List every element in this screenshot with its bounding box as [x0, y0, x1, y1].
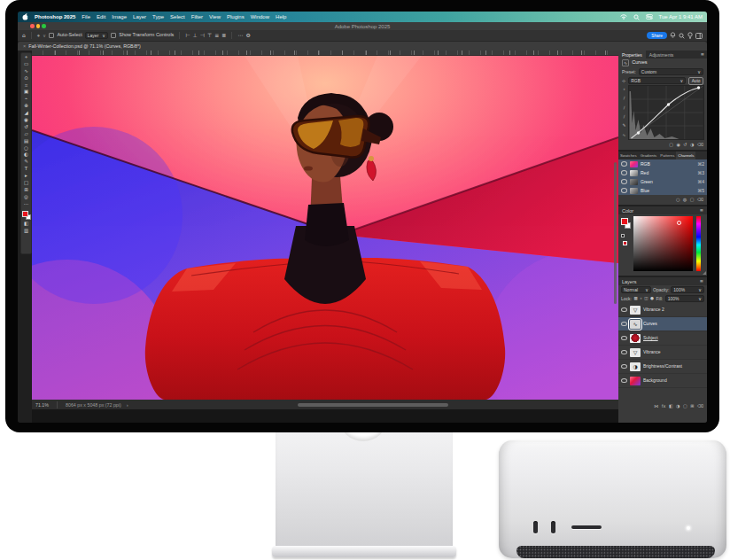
- foreground-color-swatch[interactable]: [22, 211, 28, 217]
- blur-tool[interactable]: ○: [24, 146, 28, 152]
- menubar-app-name[interactable]: Photoshop 2025: [35, 14, 75, 19]
- layer-row-background[interactable]: Background: [618, 374, 707, 388]
- more-options-icon[interactable]: ⋯: [237, 33, 243, 38]
- link-layers-icon[interactable]: ⋈: [654, 403, 658, 408]
- visibility-eye-icon[interactable]: [621, 307, 627, 313]
- visibility-icon[interactable]: ◉: [676, 142, 680, 147]
- lock-transparency-icon[interactable]: ▦: [633, 297, 637, 301]
- color-swatches[interactable]: [22, 211, 31, 220]
- edit-toolbar-button[interactable]: ⋯: [24, 202, 29, 207]
- menu-image[interactable]: Image: [112, 14, 127, 19]
- share-button[interactable]: Share: [647, 32, 667, 39]
- status-chevron-icon[interactable]: ›: [127, 402, 128, 408]
- object-selection-tool[interactable]: ⊙: [24, 76, 28, 82]
- smooth-curve-icon[interactable]: ∿: [623, 134, 626, 138]
- menu-view[interactable]: View: [209, 14, 221, 19]
- menu-filter[interactable]: Filter: [191, 14, 203, 19]
- align-left-icon[interactable]: ⊢: [185, 33, 190, 38]
- gradient-tool[interactable]: ▤: [24, 139, 28, 144]
- tab-channels[interactable]: Channels: [676, 152, 695, 159]
- brush-tool[interactable]: ◢: [24, 111, 27, 116]
- align-bottom-icon[interactable]: ≣: [221, 33, 226, 38]
- visibility-eye-icon[interactable]: [621, 378, 627, 384]
- curve-edit-icon[interactable]: ⌖: [623, 88, 625, 92]
- menu-plugins[interactable]: Plugins: [227, 14, 245, 19]
- tab-gradients[interactable]: Gradients: [639, 152, 659, 159]
- black-point-eyedropper-icon[interactable]: ∕: [624, 97, 625, 101]
- control-center-icon[interactable]: [646, 14, 653, 19]
- path-selection-tool[interactable]: ▸: [25, 174, 27, 179]
- gray-point-eyedropper-icon[interactable]: ∕: [624, 106, 625, 111]
- lock-artboard-icon[interactable]: ◫: [644, 297, 648, 301]
- channel-row-green[interactable]: Green ⌘4: [618, 177, 707, 186]
- zoom-tool[interactable]: ◎: [24, 195, 28, 200]
- blend-mode-dropdown[interactable]: Normal∨: [621, 286, 651, 293]
- foreground-color-swatch[interactable]: [621, 218, 628, 225]
- saturation-brightness-field[interactable]: [633, 216, 693, 271]
- marquee-tool[interactable]: ▭: [24, 62, 28, 67]
- frame-tool[interactable]: ▣: [24, 89, 28, 95]
- menu-window[interactable]: Window: [251, 14, 269, 19]
- align-center-icon[interactable]: ⊥: [193, 33, 198, 38]
- discover-lightbulb-icon[interactable]: [687, 32, 693, 39]
- layer-effects-icon[interactable]: fx: [662, 403, 666, 408]
- history-brush-tool[interactable]: ↺: [24, 125, 28, 130]
- menu-layer[interactable]: Layer: [133, 14, 146, 19]
- previous-state-icon[interactable]: ◑: [690, 142, 694, 147]
- type-tool[interactable]: T: [25, 167, 27, 172]
- align-top-icon[interactable]: ⊤: [207, 33, 212, 38]
- distribute-icon[interactable]: ≡: [214, 33, 219, 38]
- layer-row-subject[interactable]: Subject: [618, 331, 707, 346]
- move-tool[interactable]: ⌖: [25, 55, 27, 60]
- menu-help[interactable]: Help: [276, 14, 286, 19]
- lock-position-icon[interactable]: ⌖: [640, 297, 642, 301]
- menu-file[interactable]: File: [82, 14, 90, 19]
- adjustment-layer-icon[interactable]: ◑: [676, 403, 680, 408]
- eraser-tool[interactable]: ▱: [24, 132, 27, 137]
- panel-menu-icon[interactable]: ≡: [700, 279, 703, 284]
- menubar-clock[interactable]: Tue Apr 1 9:41 AM: [659, 14, 703, 19]
- new-layer-icon[interactable]: ⊞: [690, 403, 694, 408]
- delete-channel-icon[interactable]: ⌫: [697, 197, 703, 202]
- delete-adjustment-icon[interactable]: ⌫: [697, 142, 703, 147]
- curves-grid[interactable]: [628, 85, 704, 140]
- visibility-eye-icon[interactable]: [621, 350, 627, 355]
- spotlight-search-icon[interactable]: [633, 14, 640, 20]
- screen-mode-icon[interactable]: ▥: [24, 229, 28, 234]
- align-right-icon[interactable]: ⊣: [200, 33, 205, 38]
- delete-layer-icon[interactable]: ⌫: [697, 403, 703, 408]
- panel-menu-icon[interactable]: ≡: [701, 51, 707, 58]
- clone-stamp-tool[interactable]: ◉: [24, 118, 28, 123]
- default-colors-icon[interactable]: [621, 234, 625, 237]
- white-point-eyedropper-icon[interactable]: ∕: [624, 115, 625, 120]
- tab-swatches[interactable]: Swatches: [618, 152, 639, 159]
- visibility-eye-icon[interactable]: [621, 322, 627, 327]
- gear-icon[interactable]: ⚙: [245, 33, 250, 38]
- reset-icon[interactable]: ↺: [683, 142, 687, 147]
- healing-brush-tool[interactable]: ⊕: [24, 104, 28, 109]
- opacity-dropdown[interactable]: 100%∨: [671, 286, 704, 293]
- auto-select-target-dropdown[interactable]: Layer∨: [85, 32, 108, 39]
- crop-tool[interactable]: ⌗: [25, 83, 27, 89]
- channel-row-rgb[interactable]: RGB ⌘2: [618, 159, 707, 168]
- visibility-eye-icon[interactable]: [621, 170, 627, 175]
- menu-type[interactable]: Type: [152, 14, 164, 19]
- tab-adjustments[interactable]: Adjustments: [646, 51, 678, 58]
- tab-patterns[interactable]: Patterns: [658, 152, 676, 159]
- visibility-eye-icon[interactable]: [621, 364, 627, 369]
- move-tool-preset-icon[interactable]: ⌖: [37, 33, 40, 38]
- home-icon[interactable]: ⌂: [22, 33, 26, 38]
- visibility-eye-icon[interactable]: [621, 188, 627, 193]
- save-selection-icon[interactable]: ◍: [683, 197, 687, 202]
- workspace-switcher-icon[interactable]: [695, 33, 703, 39]
- targeted-adjustment-icon[interactable]: ⊹: [622, 79, 625, 83]
- layer-row-vibrance[interactable]: ▽ Vibrance: [618, 346, 707, 360]
- show-transform-checkbox[interactable]: [111, 33, 117, 39]
- horizontal-scrollbar[interactable]: [298, 403, 448, 407]
- visibility-eye-icon[interactable]: [621, 179, 627, 184]
- load-selection-icon[interactable]: ○: [676, 197, 680, 202]
- hue-slider[interactable]: [696, 216, 701, 271]
- notifications-bell-icon[interactable]: [670, 32, 676, 39]
- layer-mask-icon[interactable]: ◧: [669, 403, 673, 408]
- visibility-eye-icon[interactable]: [621, 161, 627, 167]
